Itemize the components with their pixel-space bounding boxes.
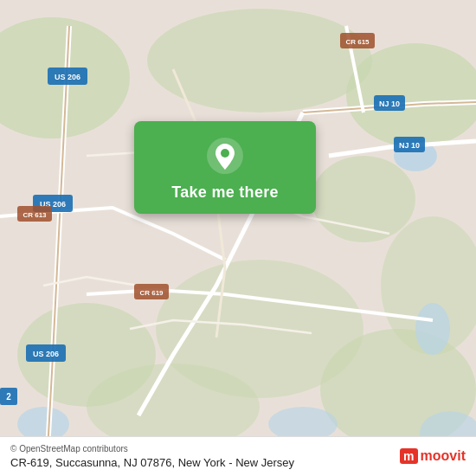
take-me-there-button[interactable]: Take me there [171,183,279,202]
svg-text:US 206: US 206 [33,350,59,358]
osm-credit: © OpenStreetMap contributors [10,444,466,453]
moovit-m-icon: m [400,448,417,464]
map-background: US 206 US 206 US 206 CR 615 NJ 10 NJ 10 … [0,0,476,476]
svg-text:NJ 10: NJ 10 [379,100,400,108]
svg-text:NJ 10: NJ 10 [399,141,420,150]
svg-text:CR 613: CR 613 [23,211,47,219]
svg-text:2: 2 [6,392,11,402]
moovit-brand-text: moovit [421,448,466,464]
map-container: US 206 US 206 US 206 CR 615 NJ 10 NJ 10 … [0,0,476,476]
svg-point-2 [147,9,372,113]
moovit-logo: m moovit [400,448,466,464]
location-text: CR-619, Succasunna, NJ 07876, New York -… [10,456,466,469]
svg-point-11 [415,303,450,355]
svg-text:CR 615: CR 615 [345,38,370,46]
svg-text:CR 619: CR 619 [139,289,164,297]
svg-text:US 206: US 206 [55,73,80,81]
bottom-bar: © OpenStreetMap contributors CR-619, Suc… [0,436,476,476]
map-pin-icon [206,137,244,175]
cta-overlay[interactable]: Take me there [134,121,316,214]
svg-point-34 [221,149,229,158]
